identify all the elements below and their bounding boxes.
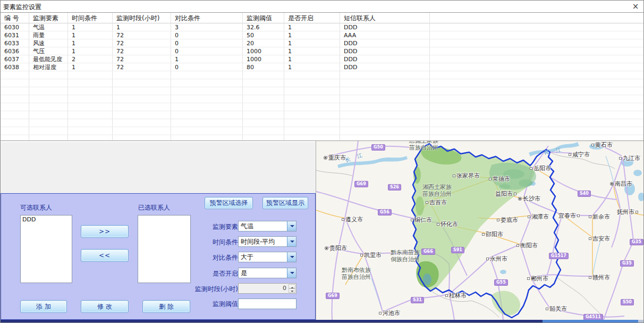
field-spinner[interactable]: 0 (238, 283, 296, 294)
table-cell[interactable]: 6031 (1, 31, 29, 39)
table-cell[interactable]: 最低能见度 (29, 55, 68, 63)
table-row[interactable]: 6037最低能见度272110001DDD (1, 55, 644, 63)
table-cell[interactable]: 72 (113, 55, 171, 63)
modify-button[interactable]: 修 改 (81, 300, 129, 313)
table-cell[interactable]: 相对湿度 (29, 63, 68, 71)
city-label: 九江市 (619, 154, 640, 162)
map-horizontal-scrollbar[interactable] (543, 320, 638, 323)
table-cell[interactable]: 72 (113, 39, 171, 47)
column-header[interactable]: 时间条件 (68, 13, 113, 23)
column-header[interactable]: 监测时段(小时) (113, 13, 171, 23)
table-cell[interactable]: 0 (171, 31, 243, 39)
field-select[interactable]: 是 (238, 268, 296, 278)
column-header[interactable]: 对比条件 (171, 13, 243, 23)
column-header[interactable]: 短信联系人 (340, 13, 430, 23)
table-cell[interactable]: 6038 (1, 63, 29, 71)
close-icon[interactable]: × (631, 2, 640, 11)
column-header[interactable]: 监测要素 (29, 13, 68, 23)
chevron-down-icon[interactable] (287, 252, 296, 262)
table-cell[interactable]: 1 (68, 23, 113, 31)
table-row[interactable]: 6038相对湿度1720801DDD (1, 63, 644, 71)
move-right-button[interactable]: >> (81, 225, 129, 238)
table-cell[interactable]: 6037 (1, 55, 29, 63)
table-cell[interactable]: 0 (171, 63, 243, 71)
table-cell[interactable]: 1 (284, 55, 340, 63)
table-cell[interactable]: 1 (113, 23, 171, 31)
table-cell[interactable]: 1 (284, 39, 340, 47)
table-cell[interactable]: 气温 (29, 23, 68, 31)
table-cell[interactable]: DDD (340, 39, 430, 47)
table-cell[interactable]: 20 (243, 39, 284, 47)
city-name: 郴州市 (531, 275, 548, 282)
table-cell[interactable]: 1 (284, 23, 340, 31)
table-cell[interactable]: 72 (113, 31, 171, 39)
table-cell[interactable]: 2 (68, 55, 113, 63)
field-input[interactable] (238, 299, 296, 309)
table-cell[interactable]: DDD (340, 47, 430, 55)
table-cell[interactable]: 72 (113, 47, 171, 55)
table-cell[interactable] (430, 31, 644, 39)
warning-area-select-button[interactable]: 预警区域选择 (205, 197, 253, 209)
table-cell[interactable]: AAA (340, 31, 430, 39)
table-cell[interactable]: 32.6 (243, 23, 284, 31)
table-cell[interactable] (430, 23, 644, 31)
spinner-up-icon[interactable] (289, 284, 295, 288)
column-header[interactable]: 编 号 (1, 13, 29, 23)
table-cell[interactable]: 1 (171, 55, 243, 63)
table-cell[interactable]: 1 (68, 47, 113, 55)
selected-contacts-listbox[interactable] (138, 215, 191, 283)
column-header[interactable]: 监测阈值 (243, 13, 284, 23)
table-cell[interactable]: 6030 (1, 23, 29, 31)
chevron-down-icon[interactable] (287, 268, 296, 278)
add-button[interactable]: 添 加 (20, 300, 67, 313)
table-cell[interactable]: 80 (243, 63, 284, 71)
table-cell[interactable]: 0 (171, 47, 243, 55)
table-cell[interactable] (430, 63, 644, 71)
field-select[interactable]: 时间段-平均 (238, 236, 296, 247)
table-cell[interactable]: 1 (284, 47, 340, 55)
table-row[interactable]: 6033风速1720201DDD (1, 39, 644, 47)
table-cell[interactable] (430, 47, 644, 55)
field-text[interactable] (238, 298, 296, 309)
table-cell[interactable]: DDD (340, 23, 430, 31)
available-contacts-listbox[interactable]: DDD (20, 215, 72, 283)
table-cell[interactable]: 6033 (1, 39, 29, 47)
column-header[interactable]: 是否开启 (284, 13, 340, 23)
table-cell[interactable]: DDD (340, 63, 430, 71)
field-select[interactable]: 气温 (238, 221, 296, 231)
field-select[interactable]: 大于 (238, 252, 296, 262)
column-header[interactable] (430, 13, 644, 23)
chevron-down-icon[interactable] (287, 237, 296, 246)
warning-area-display-button[interactable]: 预警区域显示 (262, 197, 308, 209)
move-left-button[interactable]: << (81, 249, 129, 262)
table-cell[interactable]: 50 (243, 31, 284, 39)
warning-area-map[interactable]: 重庆市遵义市贵阳市凯里市河池市桂林市铜仁市吉首市张家界市怀化市邵阳市永州市郴州市… (316, 141, 644, 320)
table-row[interactable]: 6031雨量1720501AAA (1, 31, 644, 39)
form-row: 监测阈值 (238, 298, 323, 309)
table-cell[interactable]: 1000 (243, 47, 284, 55)
city-label: 怀化市 (437, 220, 458, 228)
table-cell[interactable]: 1 (68, 31, 113, 39)
table-cell[interactable]: 气压 (29, 47, 68, 55)
table-cell[interactable]: 1 (68, 63, 113, 71)
table-cell[interactable] (430, 55, 644, 63)
delete-button[interactable]: 删 除 (142, 300, 190, 313)
table-cell[interactable]: 雨量 (29, 31, 68, 39)
table-row[interactable]: 6036气压172010001DDD (1, 47, 644, 55)
table-cell[interactable]: 1 (68, 39, 113, 47)
table-cell[interactable] (430, 39, 644, 47)
table-cell[interactable]: 风速 (29, 39, 68, 47)
spinner-down-icon[interactable] (289, 288, 295, 293)
table-cell[interactable]: DDD (340, 55, 430, 63)
monitor-table[interactable]: 编 号监测要素时间条件监测时段(小时)对比条件监测阈值是否开启短信联系人 603… (1, 12, 644, 141)
table-cell[interactable]: 6036 (1, 47, 29, 55)
table-cell[interactable]: 1000 (243, 55, 284, 63)
table-cell[interactable]: 0 (171, 39, 243, 47)
table-row[interactable]: 6030气温11332.61DDD (1, 23, 644, 31)
table-cell[interactable]: 1 (284, 63, 340, 71)
chevron-down-icon[interactable] (287, 221, 296, 231)
table-cell[interactable]: 72 (113, 63, 171, 71)
list-item[interactable]: DDD (22, 216, 70, 223)
table-cell[interactable]: 1 (284, 31, 340, 39)
table-cell[interactable]: 3 (171, 23, 243, 31)
